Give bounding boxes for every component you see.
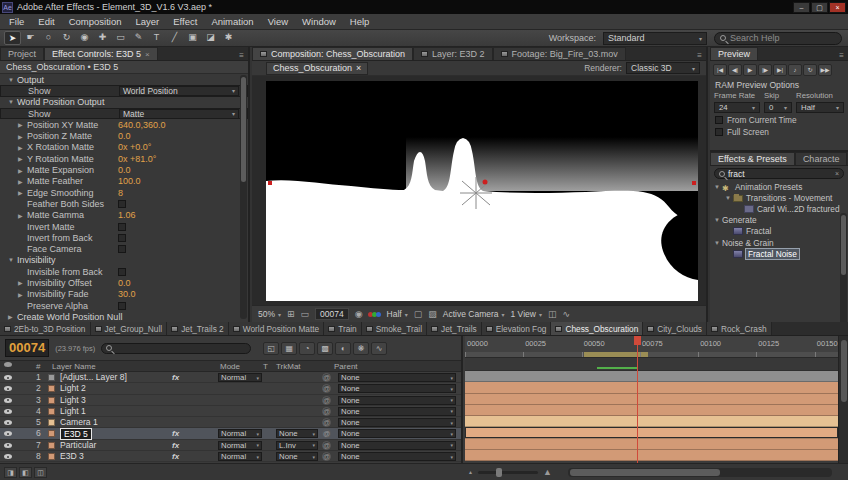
- effects-tree-item[interactable]: ▼ Animation Presets: [710, 181, 848, 192]
- help-search-input[interactable]: Search Help: [714, 32, 842, 45]
- viewport-timecode[interactable]: 00074: [315, 308, 349, 320]
- maximize-button[interactable]: ▢: [811, 2, 828, 13]
- comp-tab[interactable]: Rock_Crash: [707, 322, 772, 335]
- panel-menu-icon[interactable]: ≡: [835, 51, 848, 60]
- transparency-grid-icon[interactable]: ▨: [428, 309, 437, 319]
- scrollbar-thumb[interactable]: [841, 215, 846, 275]
- menu-item[interactable]: View: [261, 14, 295, 29]
- comp-tab[interactable]: Jet_Group_Null: [91, 322, 168, 335]
- comp-tab[interactable]: Train: [324, 322, 362, 335]
- layer-duration-bar[interactable]: [465, 439, 838, 450]
- comp-tab[interactable]: Jet_Trails 2: [167, 322, 229, 335]
- type-tool-icon[interactable]: T: [148, 31, 165, 45]
- close-tab-icon[interactable]: ×: [145, 50, 150, 59]
- visibility-eye-icon[interactable]: [4, 420, 12, 425]
- comp-canvas[interactable]: [266, 81, 698, 301]
- zoom-in-timeline-icon[interactable]: ▲: [543, 467, 552, 477]
- layer-row[interactable]: 5 Camera 1 ▾ ▾ @ None▾: [0, 417, 461, 428]
- tree-item-label[interactable]: Fractal Noise: [746, 249, 799, 259]
- parent-dropdown[interactable]: None▾: [338, 429, 456, 438]
- blend-mode-dropdown[interactable]: Normal▾: [218, 373, 262, 382]
- previous-frame-button[interactable]: ◀|: [728, 64, 742, 76]
- minimize-button[interactable]: –: [793, 2, 810, 13]
- mask-shape-tool-icon[interactable]: ▭: [112, 31, 129, 45]
- ram-preview-button[interactable]: ▶▶: [818, 64, 832, 76]
- zoom-out-timeline-icon[interactable]: ▲: [468, 469, 473, 475]
- visibility-eye-icon[interactable]: [4, 386, 12, 391]
- parent-pickwhip-icon[interactable]: @: [322, 418, 331, 427]
- panel-menu-icon[interactable]: ≡: [693, 51, 706, 60]
- workspace-dropdown[interactable]: Standard ▾: [603, 32, 707, 45]
- mask-visibility-icon[interactable]: ▭: [301, 309, 310, 319]
- layer-duration-bar[interactable]: [465, 427, 838, 438]
- twirl-arrow-icon[interactable]: ▶: [18, 121, 27, 128]
- eraser-tool-icon[interactable]: ◪: [202, 31, 219, 45]
- composition-viewer-tab[interactable]: Chess_Obscuration ×: [266, 62, 368, 75]
- grid-guides-icon[interactable]: ⊞: [287, 309, 295, 319]
- layer-duration-bar[interactable]: [465, 450, 838, 461]
- visibility-eye-icon[interactable]: [4, 454, 12, 459]
- menu-item[interactable]: Layer: [129, 14, 167, 29]
- layer-duration-bar[interactable]: [465, 416, 838, 427]
- tab-preview[interactable]: Preview: [710, 47, 758, 60]
- parent-pickwhip-icon[interactable]: @: [322, 384, 331, 393]
- comp-tab[interactable]: Smoke_Trail: [362, 322, 427, 335]
- visibility-eye-icon[interactable]: [4, 443, 12, 448]
- next-frame-button[interactable]: |▶: [758, 64, 772, 76]
- twirl-arrow-icon[interactable]: ▼: [714, 240, 722, 246]
- hide-shy-layers-icon[interactable]: ◔: [299, 342, 315, 355]
- fx-badge[interactable]: fx: [172, 440, 179, 451]
- layer-name[interactable]: Light 2: [60, 383, 86, 394]
- clone-stamp-tool-icon[interactable]: ▣: [184, 31, 201, 45]
- property-value[interactable]: 100.0: [118, 176, 141, 186]
- layer-color-chip[interactable]: [48, 385, 55, 392]
- scrollbar-thumb[interactable]: [841, 340, 847, 402]
- tree-item-label[interactable]: Fractal: [746, 226, 771, 236]
- property-checkbox[interactable]: [118, 268, 126, 276]
- parent-dropdown[interactable]: None▾: [338, 452, 456, 461]
- effects-tree-item[interactable]: ▼ Transitions - Movement: [710, 192, 848, 203]
- visibility-eye-icon[interactable]: [4, 431, 12, 436]
- visibility-eye-icon[interactable]: [4, 375, 12, 380]
- timeline-zoom-slider[interactable]: [478, 471, 538, 474]
- effects-tree-item[interactable]: Fractal Noise: [710, 248, 848, 259]
- layer-duration-bar[interactable]: [465, 394, 838, 405]
- tab-effects-presets[interactable]: Effects & Presets: [710, 152, 795, 165]
- effect-panel-scrollbar[interactable]: [240, 75, 247, 319]
- property-checkbox[interactable]: [118, 200, 126, 208]
- twirl-arrow-icon[interactable]: ▼: [8, 77, 17, 83]
- camera-view-dropdown[interactable]: Active Camera▾: [443, 309, 505, 319]
- current-time-indicator-handle[interactable]: [634, 336, 641, 345]
- layer-name[interactable]: [Adjust... Layer 8]: [60, 372, 127, 383]
- layer-color-chip[interactable]: [48, 397, 55, 404]
- clear-search-icon[interactable]: ×: [835, 170, 839, 177]
- play-button[interactable]: ▶: [743, 64, 757, 76]
- timeline-search-input[interactable]: [101, 343, 251, 354]
- loop-button[interactable]: ↻: [803, 64, 817, 76]
- layer-row[interactable]: 8 E3D 3 fx Normal▾ None▾ @ None▾: [0, 451, 461, 462]
- layer-color-chip[interactable]: [48, 374, 55, 381]
- tree-item-label[interactable]: Transitions - Movement: [746, 193, 832, 203]
- parent-dropdown[interactable]: None▾: [338, 396, 456, 405]
- magnification-dropdown[interactable]: 50%▾: [258, 309, 281, 319]
- twirl-arrow-icon[interactable]: ▼: [714, 217, 722, 223]
- layer-name[interactable]: Particular: [60, 440, 96, 451]
- layer-color-chip[interactable]: [48, 442, 55, 449]
- pen-tool-icon[interactable]: ✎: [130, 31, 147, 45]
- region-of-interest-icon[interactable]: ▢: [414, 309, 423, 319]
- current-time-indicator[interactable]: [637, 336, 638, 463]
- layer-color-chip[interactable]: [48, 419, 55, 426]
- close-button[interactable]: ×: [829, 2, 846, 13]
- layer-color-chip[interactable]: [48, 430, 55, 437]
- layer-name[interactable]: Light 1: [60, 406, 86, 417]
- twirl-arrow-icon[interactable]: ▼: [8, 257, 17, 263]
- menu-item[interactable]: Animation: [204, 14, 260, 29]
- effects-search-input[interactable]: fract ×: [714, 168, 844, 179]
- layer-row[interactable]: 4 Light 1 ▾ ▾ @ None▾: [0, 406, 461, 417]
- property-value[interactable]: 8: [118, 188, 123, 198]
- twirl-arrow-icon[interactable]: ▶: [18, 178, 27, 185]
- property-value[interactable]: 30.0: [118, 289, 136, 299]
- parent-pickwhip-icon[interactable]: @: [322, 429, 331, 438]
- fast-preview-icon[interactable]: ∿: [562, 309, 570, 319]
- twirl-arrow-icon[interactable]: ▼: [714, 184, 722, 190]
